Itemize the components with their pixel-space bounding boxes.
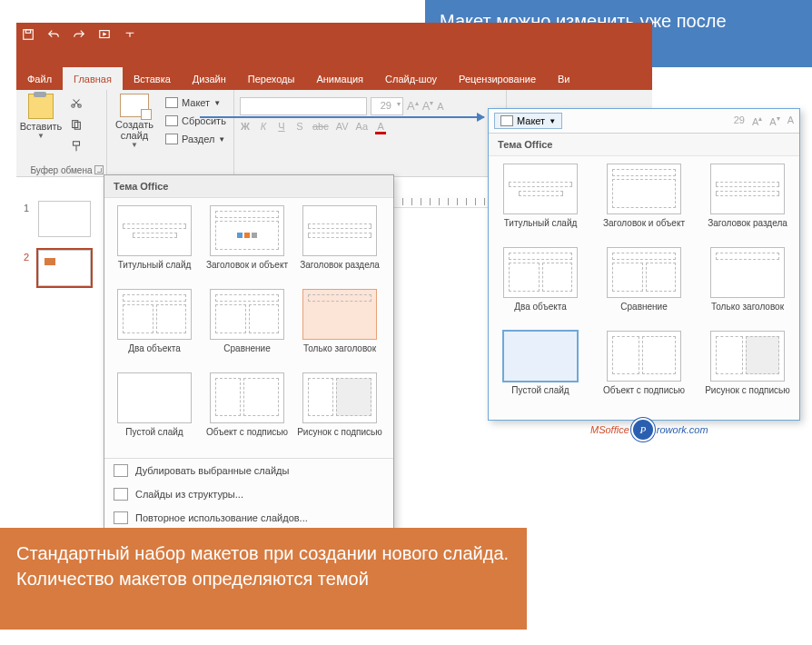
chevron-down-icon: ▼ [213,99,221,107]
duplicate-icon [114,464,128,477]
ribbon-tabs: Файл Главная Вставка Дизайн Переходы Ани… [16,67,581,90]
italic-button[interactable]: К [258,121,269,134]
font-size-combo[interactable]: 29 [371,97,403,115]
clipboard-icon [28,94,54,119]
tab-home[interactable]: Главная [63,67,123,90]
layout-title-slide[interactable]: Титульный слайд [490,164,590,238]
layout-label: Пустой слайд [490,385,590,405]
slide-thumbnail-2[interactable]: 2 [38,250,95,286]
reuse-icon [114,511,128,524]
layout-label: Заголовок и объект [203,260,292,280]
layout-blank[interactable]: Пустой слайд [490,331,590,405]
layout-content-caption[interactable]: Объект с подписью [203,372,292,447]
tab-view[interactable]: Ви [547,67,580,90]
watermark-badge: P [631,418,655,442]
layout-label: Заголовок раздела [698,218,797,238]
layout-title-only[interactable]: Только заголовок [295,289,384,363]
svg-rect-0 [24,30,34,40]
new-slide-button[interactable]: Создать слайд ▼ [111,94,158,149]
group-font: 29 A▴ A▾ A Ж К Ч S abc AV Aa A [234,90,507,177]
decrease-font-icon: A▾ [769,114,779,127]
tab-insert[interactable]: Вставка [123,67,182,90]
layout-title-content[interactable]: Заголовок и объект [594,164,694,238]
layout-label: Макет [182,97,210,108]
copy-icon[interactable] [67,117,85,132]
font-color-button[interactable]: A [375,121,386,134]
chevron-down-icon: ▼ [218,135,225,144]
section-button[interactable]: Раздел▼ [162,132,230,146]
svg-rect-7 [74,142,80,145]
increase-font-icon: A▴ [752,114,762,127]
watermark-logo: MSoffice P rowork.com [590,418,708,442]
group-label: Буфер обмена [16,165,106,175]
bold-button[interactable]: Ж [240,121,251,134]
increase-font-icon[interactable]: A▴ [407,99,419,113]
layout-label: Сравнение [594,302,694,322]
layout-comparison[interactable]: Сравнение [594,247,694,322]
outline-icon [114,488,128,501]
layout-title-slide[interactable]: Титульный слайд [110,205,199,280]
start-slideshow-icon[interactable] [97,27,112,42]
layout-label: Титульный слайд [490,218,590,238]
slide-thumbnail-1[interactable]: 1 [38,201,95,237]
tab-animations[interactable]: Анимация [305,67,374,90]
svg-rect-1 [25,30,30,34]
chevron-down-icon: ▼ [111,141,158,149]
callout-annotation-bottom: Стандартный набор макетов при создании н… [0,528,527,630]
char-spacing-button[interactable]: AV [336,121,349,134]
clear-formatting-icon: A [787,114,794,127]
paste-label: Вставить [18,121,64,132]
layout-two-content[interactable]: Два объекта [110,289,199,363]
tab-review[interactable]: Рецензирование [448,67,547,90]
layout-label: Два объекта [110,343,199,363]
font-size-display: 29 [734,114,745,127]
cut-icon[interactable] [67,95,85,110]
save-icon[interactable] [21,27,35,42]
format-painter-icon[interactable] [67,139,85,154]
layout-picture-caption[interactable]: Рисунок с подписью [698,331,797,405]
slides-from-outline-item[interactable]: Слайды из структуры... [104,482,393,506]
layout-label: Объект с подписью [203,427,292,447]
layout-title-content[interactable]: Заголовок и объект [203,205,292,280]
gallery-header: Тема Office [489,134,799,156]
font-family-combo[interactable] [240,97,367,115]
layout-content-caption[interactable]: Объект с подписью [594,331,694,405]
layout-picture-caption[interactable]: Рисунок с подписью [295,372,384,447]
reuse-slides-item[interactable]: Повторное использование слайдов... [104,506,393,530]
decrease-font-icon[interactable]: A▾ [422,99,434,113]
title-bar: Файл Главная Вставка Дизайн Переходы Ани… [16,23,652,90]
duplicate-slides-item[interactable]: Дублировать выбранные слайды [104,459,393,482]
tab-design[interactable]: Дизайн [182,67,237,90]
text-shadow-button[interactable]: S [294,121,305,134]
layout-comparison[interactable]: Сравнение [203,289,292,363]
tab-transitions[interactable]: Переходы [237,67,306,90]
horizontal-ruler [393,195,488,208]
layout-blank[interactable]: Пустой слайд [110,372,199,447]
undo-icon[interactable] [46,27,61,42]
clear-formatting-icon[interactable]: A [437,101,443,112]
layout-button[interactable]: Макет▼ [162,95,230,110]
change-case-button[interactable]: Aa [356,121,368,134]
layout-label: Сравнение [203,343,292,363]
dialog-launcher-icon[interactable] [94,165,104,174]
tab-slideshow[interactable]: Слайд-шоу [374,67,448,90]
section-label: Раздел [182,134,214,144]
qat-customize-icon[interactable] [123,27,137,42]
layout-dropdown-button[interactable]: Макет ▼ [494,113,562,129]
layout-label: Объект с подписью [594,385,694,405]
redo-icon[interactable] [72,27,86,42]
tab-file[interactable]: Файл [16,67,63,90]
layout-icon [500,115,513,126]
layout-section-header[interactable]: Заголовок раздела [698,164,797,238]
layout-two-content[interactable]: Два объекта [490,247,590,322]
new-slide-label: Создать слайд [111,119,158,141]
underline-button[interactable]: Ч [276,121,287,134]
paste-button[interactable]: Вставить ▼ [18,94,64,140]
menu-item-label: Дублировать выбранные слайды [135,465,289,476]
layout-title-only[interactable]: Только заголовок [698,247,797,322]
watermark-text-post: rowork.com [657,424,708,435]
layout-label: Титульный слайд [110,260,199,280]
strikethrough-button[interactable]: abc [312,121,329,134]
layout-section-header[interactable]: Заголовок раздела [295,205,384,280]
layout-label: Только заголовок [698,302,797,322]
